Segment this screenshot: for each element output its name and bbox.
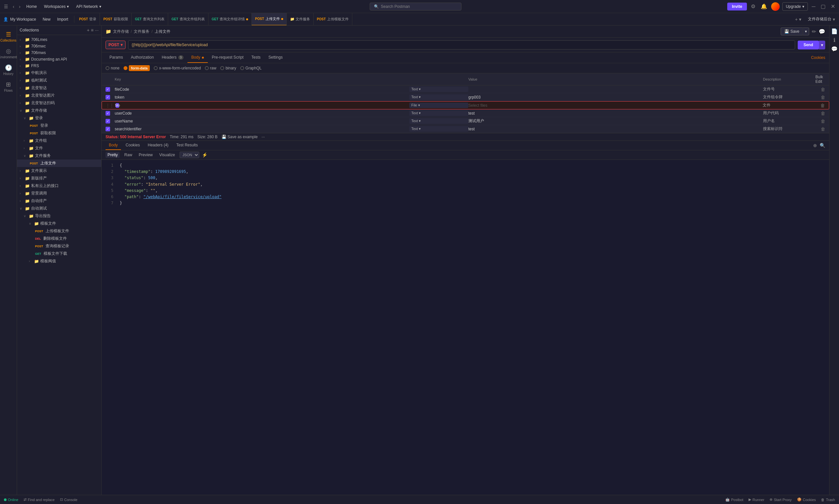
more-collections-btn[interactable]: ··· [95,28,99,33]
row-type[interactable]: Text ▾ [409,94,468,100]
tab-get-grouplist[interactable]: GET 查询文件组列表 [168,13,208,25]
radio-binary[interactable]: binary [220,66,236,70]
find-replace-btn[interactable]: ⇄ Find and replace [23,498,55,502]
list-item[interactable]: ∨📁文件存储 [17,107,101,114]
right-panel-docs-btn[interactable]: 📄 [831,28,838,34]
row-key[interactable]: userName [115,119,409,124]
tab-headers[interactable]: Headers 9 [158,52,187,63]
import-btn[interactable]: Import [54,16,71,23]
cookies-link[interactable]: Cookies [811,55,825,60]
invite-btn[interactable]: Invite [727,3,747,11]
list-item[interactable]: POST查询模板记录 [17,242,101,250]
tab-body[interactable]: Body [188,52,208,63]
list-item[interactable]: ∨📁导出报告 [17,212,101,220]
row-key[interactable]: userCode [115,111,409,115]
list-item[interactable]: ›📁706Lmes [17,36,101,43]
trash-btn[interactable]: 🗑 Trash [821,498,835,502]
tab-post-template[interactable]: POST 上传模板文件 [314,13,352,25]
row-key[interactable]: fileCode [115,87,409,92]
comment-icon[interactable]: 💬 [819,29,825,35]
bell-icon[interactable]: 🔔 [759,2,769,11]
row-key[interactable]: token [115,95,409,100]
resp-tab-cookies[interactable]: Cookies [122,141,143,150]
list-item[interactable]: ›📁中航演示 [17,69,101,77]
tab-get-fileservice[interactable]: 📁 文件服务 [287,13,314,25]
save-example-btn[interactable]: 💾 Save as example [222,134,258,139]
right-panel-info-btn[interactable]: ℹ [834,37,835,43]
minimize-icon[interactable]: ─ [810,2,817,11]
list-item[interactable]: ›📁FRS [17,62,101,69]
sidebar-item-collections[interactable]: ☰ Collections [0,28,17,45]
forward-icon[interactable]: › [18,3,22,11]
resp-tab-testresults[interactable]: Test Results [173,141,201,150]
radio-raw[interactable]: raw [205,66,216,70]
tab-authorization[interactable]: Authorization [127,52,158,63]
tab-params[interactable]: Params [106,52,127,63]
delete-row-btn[interactable]: 🗑 [821,126,825,132]
workspaces-btn[interactable]: Workspaces ▾ [41,3,71,10]
tab-get-filelist[interactable]: GET 查询文件列表 [132,13,169,25]
row-value-placeholder[interactable]: Select files [468,103,763,108]
bulk-edit-btn[interactable]: Bulk Edit [816,75,825,84]
copy-btn[interactable]: ⊕ [813,143,817,148]
list-item[interactable]: ›📁自动排产 [17,197,101,205]
format-type-select[interactable]: JSON XML HTML Text [180,151,199,158]
row-checkbox[interactable]: ✓ [106,95,110,100]
list-item[interactable]: ›📁背景调用 [17,190,101,197]
list-item[interactable]: ∨📁模板文件 [17,220,101,227]
tab-post-login[interactable]: POST 登录 [76,13,100,25]
url-input[interactable] [128,40,795,50]
add-tab-btn[interactable]: + [795,17,798,22]
delete-row-btn[interactable]: 🗑 [821,111,825,116]
save-btn[interactable]: 💾 Save [781,28,803,35]
menu-icon[interactable]: ☰ [3,3,10,11]
maximize-icon[interactable]: ▢ [819,2,827,11]
list-item[interactable]: ›📁文件 [17,144,101,152]
right-panel-comments-btn[interactable]: 💬 [831,46,838,52]
tab-tests[interactable]: Tests [247,52,264,63]
format-preview-btn[interactable]: Preview [137,152,155,158]
row-value[interactable]: 测试用户 [468,118,763,124]
send-btn[interactable]: Send [798,41,819,50]
api-network-btn[interactable]: API Network ▾ [73,3,104,10]
drag-handle[interactable]: ⋮⋮ [106,103,114,108]
row-type[interactable]: Text ▾ [409,87,468,92]
list-item[interactable]: ›📁私有云上的接口 [17,182,101,190]
format-icon[interactable]: ⚡ [202,152,207,158]
delete-row-btn[interactable]: 🗑 [821,87,825,92]
row-checkbox[interactable]: ✓ [106,119,110,124]
delete-row-btn[interactable]: 🗑 [821,119,825,124]
resp-tab-headers[interactable]: Headers (4) [144,141,172,150]
filter-collections-btn[interactable]: ≡ [91,28,93,33]
format-pretty-btn[interactable]: Pretty [106,152,120,158]
edit-icon[interactable]: ✏ [812,29,816,35]
search-resp-btn[interactable]: 🔍 [820,143,825,148]
more-tabs-btn[interactable]: ▾ [799,17,801,22]
resp-tab-body[interactable]: Body [106,141,121,150]
radio-none[interactable]: none [106,66,120,70]
tab-post-auth[interactable]: POST 获取权限 [100,13,132,25]
tab-right-dropdown[interactable]: ▾ [833,17,835,22]
upgrade-btn[interactable]: Upgrade ▾ [782,2,808,11]
list-item[interactable]: POST上传模板文件 [17,227,101,235]
console-btn[interactable]: ⊡ Console [60,498,77,502]
radio-urlencoded[interactable]: x-www-form-urlencoded [154,66,200,70]
format-raw-btn[interactable]: Raw [122,152,134,158]
method-select[interactable]: POST ▾ [106,41,125,49]
list-item[interactable]: ›📁北变智达 [17,84,101,92]
list-item[interactable]: ∨📁自动测试 [17,205,101,212]
save-dropdown-btn[interactable]: ▾ [803,28,809,35]
row-value[interactable]: grp003 [468,95,763,100]
radio-form-data[interactable]: form-data [124,65,150,71]
format-visualize-btn[interactable]: Visualize [157,152,177,158]
close-icon[interactable]: ✕ [829,2,836,11]
row-checkbox[interactable]: ✓ [106,111,110,115]
list-item[interactable]: ›📁北变智达扫码 [17,99,101,107]
cookies-bottom-btn[interactable]: 🍪 Cookies [797,498,816,502]
list-item[interactable]: ›📁文件展示 [17,167,101,175]
list-item[interactable]: GET模板文件下载 [17,250,101,257]
sidebar-item-history[interactable]: 🕐 History [0,61,17,78]
list-item[interactable]: ›📁706mws [17,50,101,56]
list-item[interactable]: ›📁文件组 [17,137,101,144]
tab-settings[interactable]: Settings [264,52,286,63]
